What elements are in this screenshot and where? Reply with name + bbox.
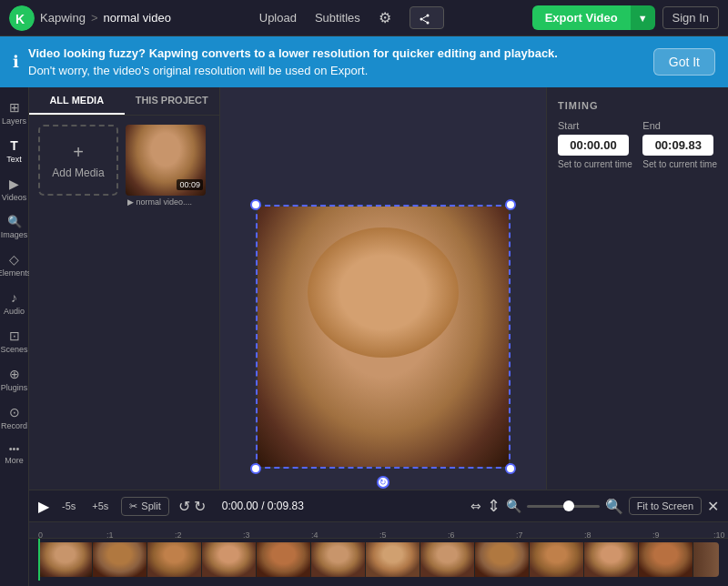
export-button-group: Export Video ▼ <box>532 5 655 30</box>
handle-bottom-left[interactable] <box>250 463 261 474</box>
split-button[interactable]: ✂ Split <box>121 497 168 516</box>
video-canvas[interactable] <box>256 205 511 469</box>
main-content: ⊞ Layers T Text ▶ Videos 🔍 Images ◇ Elem… <box>0 87 728 586</box>
ruler-mark-6: :6 <box>448 530 455 540</box>
export-dropdown-button[interactable]: ▼ <box>631 5 655 30</box>
tab-all-media[interactable]: ALL MEDIA <box>29 87 125 115</box>
images-icon: 🔍 <box>7 215 22 228</box>
upload-nav[interactable]: Upload <box>259 11 297 25</box>
zoom-slider[interactable] <box>527 505 600 508</box>
track-frame-9 <box>475 542 530 577</box>
sidebar-item-images[interactable]: 🔍 Images <box>0 209 28 245</box>
timing-header: TIMING <box>558 100 717 111</box>
media-grid: + Add Media 00:09 ▶ normal video.... <box>29 116 219 216</box>
ruler-mark-10: :10 <box>713 530 725 540</box>
skip-back-button[interactable]: -5s <box>58 499 79 513</box>
fit-to-screen-button[interactable]: Fit to Screen <box>629 497 702 515</box>
text-icon: T <box>10 138 18 153</box>
split-label: Split <box>141 500 160 511</box>
redo-button[interactable]: ↻ <box>194 498 206 515</box>
rotate-handle[interactable]: ↻ <box>377 476 389 489</box>
arrows-icon: ⇕ <box>487 496 500 516</box>
sidebar-item-more[interactable]: ••• More <box>0 438 28 470</box>
track-frame-11 <box>584 542 639 577</box>
thumbnail-duration: 00:09 <box>177 179 203 190</box>
breadcrumb-separator: > <box>91 11 98 25</box>
scenes-icon: ⊡ <box>9 328 20 343</box>
start-label: Start <box>558 120 632 131</box>
subtitles-nav[interactable]: Subtitles <box>315 11 360 25</box>
info-banner: ℹ Video looking fuzzy? Kapwing converts … <box>0 36 728 87</box>
got-it-button[interactable]: Got It <box>653 48 715 76</box>
sidebar-item-audio[interactable]: ♪ Audio <box>0 285 28 321</box>
svg-line-6 <box>422 15 427 18</box>
svg-line-5 <box>422 19 427 22</box>
tab-this-project[interactable]: THIS PROJECT <box>125 87 220 115</box>
sidebar-item-elements[interactable]: ◇ Elements <box>0 247 28 283</box>
project-name: normal video <box>103 11 170 25</box>
track-frame-2 <box>93 542 147 577</box>
sidebar-item-scenes[interactable]: ⊡ Scenes <box>0 323 28 359</box>
set-start-button[interactable]: Set to current time <box>558 159 632 169</box>
sidebar-item-record[interactable]: ⊙ Record <box>0 399 28 436</box>
header-right: Export Video ▼ Sign In <box>532 5 719 30</box>
sidebar-item-text[interactable]: T Text <box>0 133 28 169</box>
export-button[interactable]: Export Video <box>532 5 631 30</box>
ruler-mark-9: :9 <box>652 530 660 540</box>
timeline-ruler: 0 :1 :2 :3 :4 :5 :6 :7 :8 :9 :10 <box>29 522 728 539</box>
track-frame-1 <box>38 542 93 577</box>
svg-text:K: K <box>15 12 25 26</box>
play-button[interactable]: ▶ <box>38 498 49 515</box>
handle-bottom-right[interactable] <box>505 463 516 474</box>
header-center-nav: Upload Subtitles ⚙ <box>259 6 444 29</box>
ruler-mark-5: :5 <box>379 530 387 540</box>
ruler-mark-0: 0 <box>38 530 43 540</box>
track-frame-5 <box>257 542 311 577</box>
media-tabs: ALL MEDIA THIS PROJECT <box>29 87 219 116</box>
ruler-mark-7: :7 <box>516 530 523 540</box>
app-name: Kapwing <box>40 11 86 25</box>
undo-button[interactable]: ↺ <box>178 498 190 515</box>
timeline-track[interactable] <box>29 539 728 581</box>
media-thumbnail[interactable]: 00:09 ▶ normal video.... <box>126 125 206 207</box>
timing-end-col: End Set to current time <box>642 120 717 169</box>
timing-row: Start Set to current time End Set to cur… <box>558 120 717 169</box>
track-frame-7 <box>366 542 420 577</box>
thumbnail-name-icon: ▶ <box>127 197 134 207</box>
video-track[interactable] <box>38 542 719 577</box>
ruler-mark-4: :4 <box>311 530 318 540</box>
handle-top-left[interactable] <box>250 199 261 210</box>
add-media-button[interactable]: + Add Media <box>38 125 118 196</box>
timeline-area: 0 :1 :2 :3 :4 :5 :6 :7 :8 :9 :10 <box>29 522 728 586</box>
timing-start-col: Start Set to current time <box>558 120 632 169</box>
start-input[interactable] <box>558 135 629 156</box>
handle-top-right[interactable] <box>505 199 516 210</box>
time-display: 0:00.00 / 0:09.83 <box>222 500 304 512</box>
track-frame-4 <box>202 542 257 577</box>
plugins-icon: ⊕ <box>9 367 20 381</box>
sidebar-item-videos[interactable]: ▶ Videos <box>0 171 28 207</box>
ruler-mark-2: :2 <box>175 530 182 540</box>
total-time: / 0:09.83 <box>261 500 304 512</box>
zoom-in-icon2: 🔍 <box>605 498 623 515</box>
share-button[interactable] <box>410 6 444 29</box>
set-end-button[interactable]: Set to current time <box>642 159 717 169</box>
video-canvas-wrapper: ↻ <box>256 205 511 469</box>
ruler-mark-3: :3 <box>243 530 250 540</box>
sign-in-button[interactable]: Sign In <box>662 6 719 29</box>
sidebar-item-layers[interactable]: ⊞ Layers <box>0 95 28 131</box>
end-input[interactable] <box>642 135 713 156</box>
sidebar: ⊞ Layers T Text ▶ Videos 🔍 Images ◇ Elem… <box>0 87 29 586</box>
track-frame-8 <box>420 542 475 577</box>
skip-forward-button[interactable]: +5s <box>88 499 112 513</box>
bottom-toolbar: ▶ -5s +5s ✂ Split ↺ ↻ 0:00.00 / 0:09.83 … <box>29 490 728 522</box>
playhead[interactable] <box>38 539 40 581</box>
breadcrumb: Kapwing > normal video <box>40 11 171 25</box>
sidebar-item-plugins[interactable]: ⊕ Plugins <box>0 361 28 398</box>
settings-button[interactable]: ⚙ <box>379 9 391 26</box>
close-timeline-button[interactable]: ✕ <box>707 498 719 515</box>
ruler-mark-8: :8 <box>584 530 592 540</box>
track-frame-12 <box>639 542 693 577</box>
track-frame-10 <box>530 542 584 577</box>
app-logo: K <box>9 5 35 31</box>
